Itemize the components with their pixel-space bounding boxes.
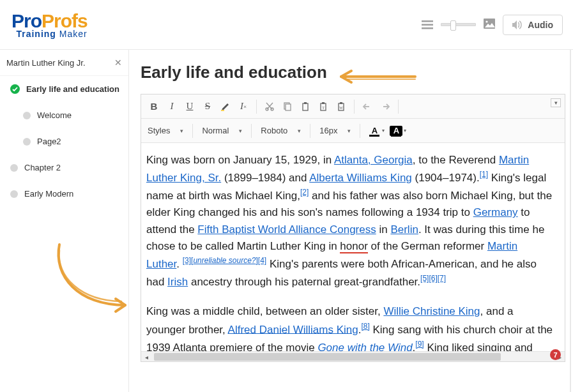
svg-rect-18	[340, 102, 342, 104]
svg-rect-7	[221, 110, 224, 111]
sidebar-item-label: Early Modern	[24, 189, 73, 199]
ref-2[interactable]: [2]	[300, 188, 309, 197]
scroll-left-icon[interactable]: ◂	[141, 352, 151, 362]
horizontal-scrollbar[interactable]: ◂ ▸	[141, 351, 565, 361]
paste-text-button[interactable]: T	[316, 99, 331, 114]
redo-button[interactable]	[378, 99, 393, 114]
svg-rect-1	[422, 24, 433, 26]
zoom-slider[interactable]	[441, 21, 476, 29]
ref-4[interactable]: [4]	[258, 256, 266, 265]
copy-button[interactable]	[280, 99, 295, 114]
page-title: Early life and education	[141, 63, 327, 82]
toolbar-more-button[interactable]: ▾	[551, 98, 561, 107]
sidebar-item-welcome[interactable]: Welcome	[0, 102, 128, 128]
text-color-button[interactable]: A	[368, 126, 381, 136]
svg-rect-2	[422, 27, 433, 29]
styles-select[interactable]: Styles▾	[146, 123, 185, 138]
svg-rect-15	[322, 102, 325, 104]
close-icon[interactable]: ✕	[114, 57, 122, 68]
cut-button[interactable]	[262, 99, 277, 114]
link-alberta[interactable]: Alberta Williams King	[309, 172, 412, 184]
sidebar-item-label: Chapter 2	[24, 163, 61, 172]
notification-badge[interactable]: 7	[550, 349, 561, 360]
bullet-icon	[10, 190, 18, 198]
paste-button[interactable]	[298, 99, 313, 114]
sidebar-item-page2[interactable]: Page2	[0, 128, 128, 155]
check-icon	[10, 84, 20, 94]
sidebar-item-label: Early life and education	[26, 84, 119, 94]
ref-1[interactable]: [1]	[480, 170, 488, 179]
course-sidebar: Martin Luther King Jr. ✕ Early life and …	[0, 50, 129, 392]
paste-word-button[interactable]: W	[333, 99, 349, 114]
ref-3[interactable]: [3]	[183, 256, 191, 265]
audio-button[interactable]: Audio	[503, 15, 563, 35]
link-germany[interactable]: Germany	[473, 206, 518, 218]
svg-rect-11	[286, 104, 291, 110]
svg-text:T: T	[322, 106, 325, 110]
underline-button[interactable]: U	[182, 99, 197, 114]
app-root: ProProfs Training Maker Audio	[0, 0, 573, 392]
spellcheck-word: honor	[340, 240, 367, 253]
svg-text:W: W	[339, 106, 343, 110]
sidebar-title-row: Martin Luther King Jr. ✕	[0, 50, 128, 76]
editor-pane: Early life and education B I U S	[129, 50, 573, 392]
editor-toolbar-2: Styles▾ Normal▾ Roboto▾ 16px▾	[141, 119, 565, 143]
logo-subtitle: Training Maker	[11, 29, 88, 38]
link-alfred[interactable]: Alfred Daniel Williams King	[228, 323, 358, 335]
sidebar-item-chapter2[interactable]: Chapter 2	[0, 155, 128, 181]
annotation-arrow-sidebar	[50, 241, 133, 318]
svg-rect-0	[422, 20, 433, 22]
editor-toolbar-1: B I U S I× T W	[141, 94, 565, 119]
sidebar-item-early-life[interactable]: Early life and education	[0, 76, 128, 102]
highlighter-button[interactable]	[218, 99, 233, 114]
scroll-thumb[interactable]	[154, 353, 501, 361]
menu-icon[interactable]	[422, 20, 433, 29]
svg-rect-13	[304, 102, 307, 104]
link-willie[interactable]: Willie Christine King	[383, 305, 480, 317]
ref-9[interactable]: [9]	[415, 340, 424, 349]
svg-point-4	[486, 20, 488, 22]
italic-button[interactable]: I	[164, 99, 180, 114]
link-atlanta[interactable]: Atlanta, Georgia	[334, 154, 413, 166]
strike-button[interactable]: S	[200, 99, 215, 114]
bullet-icon	[23, 138, 31, 146]
undo-button[interactable]	[360, 99, 375, 114]
bullet-icon	[23, 112, 31, 119]
sidebar-item-label: Page2	[37, 137, 61, 146]
ref-5[interactable]: [5]	[420, 274, 429, 283]
app-header: ProProfs Training Maker Audio	[0, 0, 573, 50]
font-select[interactable]: Roboto▾	[259, 123, 302, 138]
clear-format-button[interactable]: I×	[236, 99, 251, 114]
logo-wordmark: ProProfs	[11, 11, 88, 31]
fontsize-select[interactable]: 16px▾	[318, 123, 352, 138]
format-select[interactable]: Normal▾	[201, 123, 243, 138]
link-gone-with-the-wind[interactable]: Gone with the Wind	[317, 341, 412, 351]
bg-color-button[interactable]: A	[390, 126, 402, 136]
unreliable-source-tag[interactable]: unreliable source?	[193, 256, 256, 265]
editor-content[interactable]: King was born on January 15, 1929, in At…	[141, 143, 565, 351]
body-split: Martin Luther King Jr. ✕ Early life and …	[0, 50, 573, 392]
link-congress[interactable]: Fifth Baptist World Alliance Congress	[197, 223, 376, 236]
svg-rect-12	[303, 103, 308, 110]
bold-button[interactable]: B	[146, 99, 162, 114]
bullet-icon	[10, 164, 18, 172]
sidebar-item-label: Welcome	[37, 110, 72, 120]
right-divider	[570, 50, 571, 392]
course-title: Martin Luther King Jr.	[6, 58, 86, 68]
link-berlin[interactable]: Berlin	[390, 223, 418, 236]
audio-label: Audio	[528, 20, 553, 30]
ref-8[interactable]: [8]	[361, 322, 369, 331]
ref-6[interactable]: [6]	[429, 274, 437, 283]
annotation-arrow-title	[333, 69, 416, 84]
sidebar-item-early-modern[interactable]: Early Modern	[0, 181, 128, 207]
header-tools: Audio	[422, 15, 563, 35]
link-irish[interactable]: Irish	[167, 276, 188, 288]
image-icon[interactable]	[484, 19, 495, 31]
rich-text-editor: B I U S I× T W	[141, 94, 565, 362]
speaker-icon	[512, 20, 523, 29]
brand-logo[interactable]: ProProfs Training Maker	[11, 11, 88, 38]
ref-7[interactable]: [7]	[438, 274, 446, 283]
